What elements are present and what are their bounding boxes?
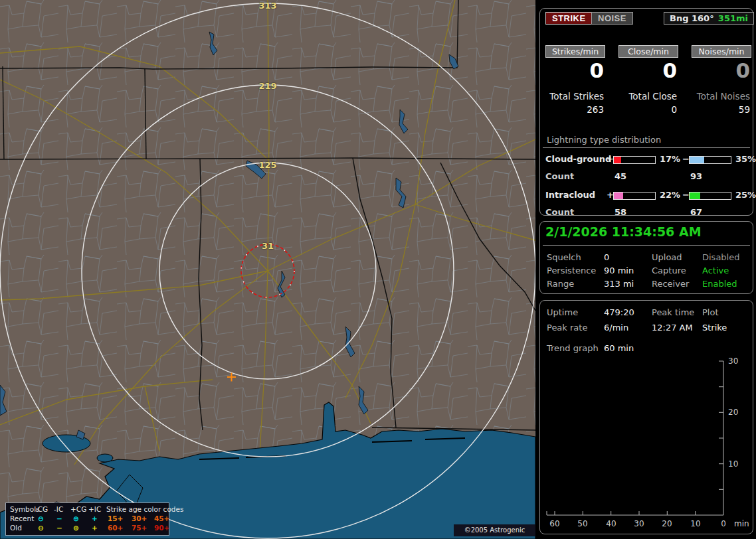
x-tick-20: 20 [659,519,675,528]
datetime-divider [543,245,750,246]
peak-rate-value: 6/min [604,323,628,333]
noises-per-min-chip[interactable]: Noises/min [692,45,751,58]
agecode-45: 45+ [154,514,169,523]
x-axis-unit: min [734,519,749,528]
range-label: Range [547,279,574,289]
x-tick-40: 40 [603,519,619,528]
cg-negative-bar [689,156,731,164]
x-tick-30: 30 [631,519,647,528]
old-neg-ic-icon: − [56,524,62,532]
ring-label-219: 219 [258,81,276,91]
datetime-readout: 2/1/2026 11:34:56 AM [545,224,702,239]
recent-neg-ic-icon: − [56,514,62,523]
trend-panel: Uptime 479:20 Peak time Plot Peak rate 6… [539,300,753,534]
range-value: 313 mi [604,279,634,289]
x-tick-0: 0 [715,519,731,528]
cg-negative-pct: 35% [735,154,756,164]
copyright-text: ©2005 Astrogenic Systems [454,524,535,536]
legend-col-pos-ic: +IC [88,505,101,514]
peak-rate-label: Peak rate [547,323,587,333]
old-neg-cg-icon: ⊖ [38,524,44,532]
ic-count-label: Count [545,207,574,217]
capture-label: Capture [652,266,686,275]
total-close-label: Total Close [618,91,677,102]
total-close-value: 0 [618,104,677,115]
trend-graph-window: 60 min [604,343,634,353]
squelch-label: Squelch [547,252,581,262]
strike-mode-button[interactable]: STRIKE [545,12,593,25]
y-tick-10: 10 [728,459,738,469]
agecode-75: 75+ [132,524,147,532]
peak-time-value: 12:27 AM [652,323,693,333]
legend-row-old-label: Old [10,524,22,532]
agecode-30: 30+ [132,514,147,523]
bearing-distance: 351mi [718,13,748,23]
total-noises-value: 59 [692,104,750,115]
uptime-value: 479:20 [604,307,634,317]
recent-neg-cg-icon: ⊖ [38,514,44,523]
legend-age-title: Strike age color codes [106,505,183,514]
uptime-label: Uptime [547,307,578,317]
cg-positive-bar-fill [614,157,621,163]
upload-label: Upload [652,252,682,262]
ring-label-125: 125 [258,160,276,170]
recent-pos-ic-icon: + [92,514,98,523]
cloud-ground-label: Cloud-ground [545,154,611,164]
capture-status: Active [702,266,729,275]
x-tick-60: 60 [547,519,563,528]
y-tick-20: 20 [728,408,738,417]
upload-status: Disabled [702,252,739,262]
trend-graph-label: Trend graph [547,343,599,353]
legend-col-pos-cg: +CG [70,505,86,514]
ic-positive-bar-fill [614,193,623,199]
symbol-legend: Symbols -CG -IC +CG +IC Strike age color… [5,502,169,536]
y-tick-30: 30 [728,356,738,366]
ring-label-313: 313 [258,1,276,11]
strikes-per-min-chip[interactable]: Strikes/min [545,45,605,58]
agecode-15: 15+ [108,514,123,523]
ic-negative-bar-fill [690,193,700,199]
cg-count-label: Count [545,171,574,181]
cg-positive-count: 45 [614,171,626,181]
distribution-divider [543,147,750,148]
cg-negative-count: 93 [690,171,702,181]
legend-col-neg-cg: -CG [35,505,48,514]
nexstorm-window: 313 219 125 31 Symbols -CG -IC +CG +IC S… [0,0,756,539]
lightning-map[interactable]: 313 219 125 31 Symbols -CG -IC +CG +IC S… [0,0,535,539]
receiver-label: Receiver [652,279,689,289]
persistence-value: 90 min [604,266,634,275]
ic-positive-count: 58 [614,207,626,217]
ic-negative-bar [689,192,731,200]
old-pos-cg-icon: ⊕ [73,524,79,532]
persistence-label: Persistence [547,266,596,275]
ic-positive-pct: 22% [660,190,680,200]
peak-time-label: Peak time [652,307,694,317]
stats-panel: STRIKE NOISE Bng 160° 351mi Strikes/min … [539,8,753,216]
cg-positive-bar [613,156,656,164]
noises-per-min-value: 0 [692,59,750,82]
intracloud-label: Intracloud [545,190,595,200]
total-noises-label: Total Noises [692,91,750,102]
status-panel: 2/1/2026 11:34:56 AM Squelch 0 Upload Di… [539,221,753,294]
close-per-min-chip[interactable]: Close/min [618,45,678,58]
agecode-90: 90+ [154,524,169,532]
agecode-60: 60+ [108,524,123,532]
x-tick-10: 10 [688,519,704,528]
total-strikes-label: Total Strikes [545,91,604,102]
recent-pos-cg-icon: ⊕ [73,514,79,523]
legend-row-recent-label: Recent [10,514,34,523]
ic-negative-count: 67 [690,207,702,217]
total-strikes-value: 263 [545,104,604,115]
bearing-readout: Bng 160° 351mi [664,12,754,25]
ic-positive-bar [613,192,656,200]
trend-graph [540,358,753,530]
noise-mode-button[interactable]: NOISE [591,12,633,25]
distribution-title: Lightning type distribution [547,135,661,145]
cg-negative-bar-fill [690,157,704,163]
x-tick-50: 50 [575,519,591,528]
plot-value: Strike [702,323,727,333]
strikes-per-min-value: 0 [545,59,604,82]
plot-label: Plot [702,307,719,317]
squelch-value: 0 [604,252,609,262]
ic-negative-pct: 25% [735,190,756,200]
